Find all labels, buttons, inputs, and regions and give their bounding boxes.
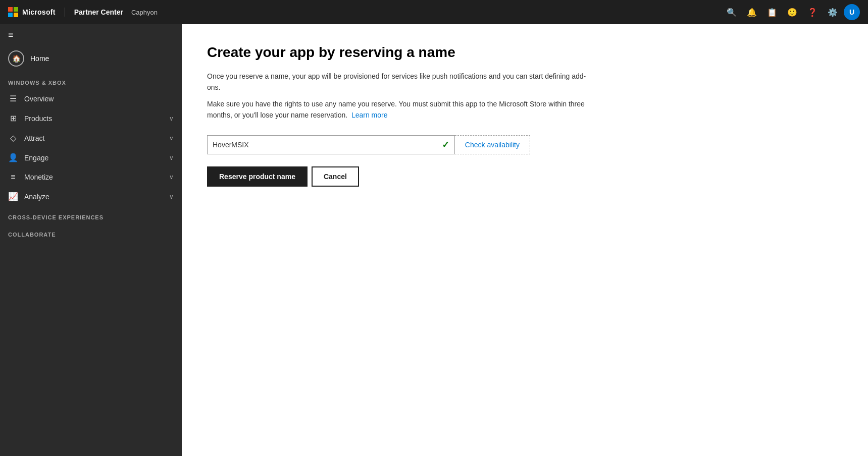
sidebar-item-attract[interactable]: ◇ Attract ∨ (0, 128, 182, 148)
monetize-chevron-icon: ∨ (169, 174, 174, 181)
sidebar-item-monetize[interactable]: ≡ Monetize ∨ (0, 167, 182, 187)
sidebar-item-analyze[interactable]: 📈 Analyze ∨ (0, 187, 182, 206)
hamburger-button[interactable]: ≡ (8, 30, 14, 39)
engage-icon: 👤 (8, 153, 18, 162)
topbar: Microsoft Partner Center Caphyon 🔍 🔔 📋 🙂… (0, 0, 868, 24)
analyze-chevron-icon: ∨ (169, 193, 174, 200)
learn-more-link[interactable]: Learn more (351, 111, 388, 119)
section-label-windows-xbox: WINDOWS & XBOX (0, 72, 182, 89)
cancel-button[interactable]: Cancel (312, 166, 359, 187)
sidebar-item-monetize-label: Monetize (24, 173, 163, 181)
sidebar-item-products-label: Products (24, 115, 163, 123)
app-name-input[interactable] (213, 136, 438, 154)
emoji-button[interactable]: 🙂 (783, 3, 801, 21)
topbar-icons: 🔍 🔔 📋 🙂 ❓ ⚙️ U (723, 3, 860, 21)
check-icon: ✓ (442, 139, 449, 150)
settings-button[interactable]: ⚙️ (824, 3, 842, 21)
sidebar-item-overview[interactable]: ☰ Overview (0, 89, 182, 108)
description-1: Once you reserve a name, your app will b… (207, 71, 591, 93)
sidebar-item-products[interactable]: ⊞ Products ∨ (0, 108, 182, 128)
product-label: Partner Center (74, 8, 123, 16)
monetize-icon: ≡ (8, 173, 18, 182)
reserve-product-name-button[interactable]: Reserve product name (207, 166, 308, 187)
sidebar-item-engage-label: Engage (24, 154, 163, 162)
sidebar-hamburger-area: ≡ (0, 24, 182, 45)
attract-chevron-icon: ∨ (169, 135, 174, 142)
analyze-icon: 📈 (8, 192, 18, 201)
description-2-text: Make sure you have the rights to use any… (207, 100, 585, 119)
name-input-row: ✓ Check availability (207, 135, 530, 154)
user-avatar-button[interactable]: U (844, 4, 860, 20)
topbar-divider (65, 8, 65, 17)
brand-label: Microsoft (22, 8, 56, 16)
overview-icon: ☰ (8, 94, 18, 103)
ms-logo: Microsoft Partner Center Caphyon (8, 7, 158, 17)
feedback-badge-button[interactable]: 📋 (763, 3, 781, 21)
products-chevron-icon: ∨ (169, 115, 174, 122)
notifications-button[interactable]: 🔔 (743, 3, 761, 21)
sidebar: ≡ 🏠 Home WINDOWS & XBOX ☰ Overview ⊞ Pro… (0, 24, 182, 456)
microsoft-logo-icon (8, 7, 18, 17)
section-label-cross-device: CROSS-DEVICE EXPERIENCES (0, 206, 182, 223)
sidebar-item-overview-label: Overview (24, 95, 174, 103)
page-title: Create your app by reserving a name (207, 44, 843, 61)
description-2: Make sure you have the rights to use any… (207, 98, 591, 121)
products-icon: ⊞ (8, 113, 18, 123)
name-input-wrapper: ✓ (207, 135, 455, 154)
home-label: Home (30, 54, 49, 63)
attract-icon: ◇ (8, 133, 18, 143)
action-buttons: Reserve product name Cancel (207, 166, 843, 187)
search-button[interactable]: 🔍 (723, 3, 741, 21)
sidebar-item-engage[interactable]: 👤 Engage ∨ (0, 148, 182, 167)
home-icon: 🏠 (8, 50, 24, 67)
engage-chevron-icon: ∨ (169, 154, 174, 161)
section-label-collaborate: COLLABORATE (0, 223, 182, 241)
tenant-label: Caphyon (131, 9, 158, 16)
sidebar-item-home[interactable]: 🏠 Home (0, 45, 182, 72)
check-availability-button[interactable]: Check availability (455, 135, 530, 154)
sidebar-item-attract-label: Attract (24, 134, 163, 142)
layout: ≡ 🏠 Home WINDOWS & XBOX ☰ Overview ⊞ Pro… (0, 24, 868, 456)
sidebar-item-analyze-label: Analyze (24, 193, 163, 201)
help-button[interactable]: ❓ (803, 3, 822, 21)
main-content: Create your app by reserving a name Once… (182, 24, 868, 456)
